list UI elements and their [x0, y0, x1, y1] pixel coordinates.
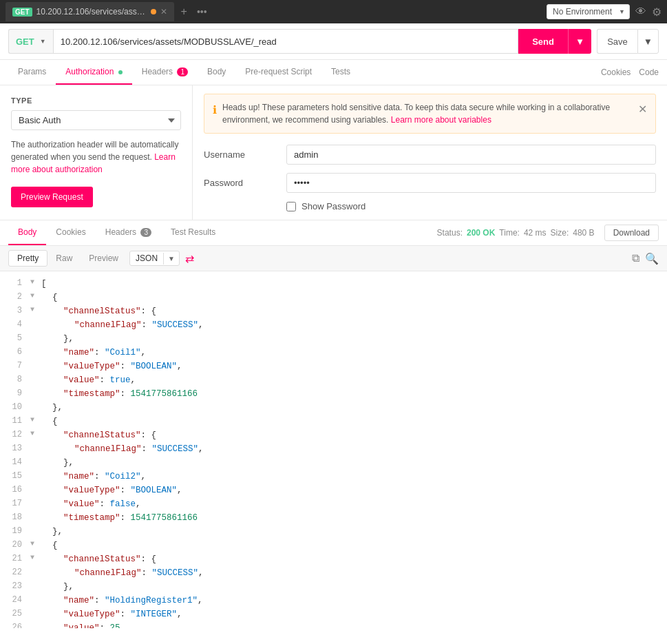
json-line: 26"value": 25 — [0, 621, 667, 628]
cookies-link[interactable]: Cookies — [601, 67, 631, 77]
gear-icon[interactable]: ⚙ — [652, 6, 661, 19]
req-tabs-right: Cookies Code — [601, 67, 659, 77]
json-line: 13"channelFlag": "SUCCESS", — [0, 442, 667, 456]
search-icon[interactable]: 🔍 — [645, 252, 659, 265]
method-selector[interactable]: GET — [8, 29, 53, 54]
json-line: 9"timestamp": 1541775861166 — [0, 387, 667, 401]
json-line: 7"valueType": "BOOLEAN", — [0, 360, 667, 373]
json-line: 17"value": false, — [0, 497, 667, 511]
tab-tests[interactable]: Tests — [321, 60, 360, 85]
send-button[interactable]: Send — [518, 29, 568, 54]
response-tabs-bar: Body Cookies Headers 3 Test Results Stat… — [0, 220, 667, 246]
resp-tab-body[interactable]: Body — [8, 220, 46, 245]
json-line: 5}, — [0, 332, 667, 346]
env-dropdown[interactable]: No Environment — [547, 4, 630, 19]
type-label: TYPE — [11, 96, 181, 105]
show-password-row: Show Password — [286, 201, 656, 211]
tab-body[interactable]: Body — [198, 60, 235, 85]
json-line: 1▼[ — [0, 277, 667, 291]
auth-type-select[interactable]: Basic Auth — [11, 110, 181, 130]
json-line: 18"timestamp": 1541775861166 — [0, 511, 667, 525]
json-line: 23}, — [0, 580, 667, 594]
eye-icon[interactable]: 👁 — [635, 6, 646, 18]
method-label: GET — [16, 37, 34, 47]
username-row: Username — [204, 145, 656, 165]
json-content-area: 1▼[2▼{3▼"channelStatus": {4"channelFlag"… — [0, 271, 667, 628]
json-line: 15"name": "Coil2", — [0, 470, 667, 484]
url-input[interactable] — [53, 29, 519, 54]
json-line: 10}, — [0, 401, 667, 415]
size-value: 480 B — [573, 228, 594, 238]
json-line: 11▼{ — [0, 415, 667, 428]
body-pretty-tab[interactable]: Pretty — [8, 250, 47, 267]
json-line: 16"valueType": "BOOLEAN", — [0, 484, 667, 497]
json-line: 14}, — [0, 456, 667, 470]
send-dropdown[interactable]: ▼ — [568, 29, 591, 54]
format-dropdown-icon[interactable]: ▼ — [163, 253, 179, 264]
alert-text: Heads up! These parameters hold sensitiv… — [222, 101, 633, 126]
body-raw-tab[interactable]: Raw — [47, 251, 81, 266]
tab-close-icon[interactable]: ✕ — [160, 7, 167, 17]
tab-authorization[interactable]: Authorization — [56, 60, 131, 85]
save-button[interactable]: Save — [597, 29, 637, 54]
json-line: 24"name": "HoldingRegister1", — [0, 594, 667, 607]
resp-tab-cookies[interactable]: Cookies — [46, 220, 95, 245]
status-value: 200 OK — [467, 228, 495, 238]
alert-icon: ℹ — [213, 102, 217, 118]
tab-modified-dot — [151, 9, 156, 14]
body-view-bar: Pretty Raw Preview JSON ▼ ⇄ ⧉ 🔍 — [0, 246, 667, 271]
tab-url-text: 10.200.12.106/services/assets/M — [36, 7, 147, 17]
auth-right-panel: ℹ Heads up! These parameters hold sensit… — [193, 85, 667, 220]
password-label: Password — [204, 178, 286, 188]
password-row: Password — [204, 173, 656, 193]
alert-close-button[interactable]: ✕ — [638, 101, 647, 118]
json-line: 3▼"channelStatus": { — [0, 304, 667, 318]
size-label: Size: — [551, 228, 569, 238]
copy-icon[interactable]: ⧉ — [632, 252, 639, 265]
show-password-label[interactable]: Show Password — [301, 201, 366, 211]
username-input[interactable] — [286, 145, 656, 165]
json-line: 12▼"channelStatus": { — [0, 428, 667, 442]
json-line: 21▼"channelStatus": { — [0, 552, 667, 566]
tab-params[interactable]: Params — [8, 60, 56, 85]
save-button-group: Save ▼ — [597, 29, 659, 54]
more-options-icon[interactable]: ••• — [194, 6, 210, 17]
json-line: 8"value": true, — [0, 373, 667, 387]
request-tabs: Params Authorization Headers 1 Body Pre-… — [0, 60, 667, 85]
status-label: Status: — [437, 228, 463, 238]
json-line: 2▼{ — [0, 291, 667, 304]
time-label: Time: — [499, 228, 520, 238]
resp-tab-test-results[interactable]: Test Results — [161, 220, 225, 245]
json-line: 20▼{ — [0, 539, 667, 552]
code-link[interactable]: Code — [639, 67, 659, 77]
format-selector[interactable]: JSON ▼ — [129, 251, 180, 266]
preview-request-button[interactable]: Preview Request — [11, 187, 93, 207]
auth-section: TYPE Basic Auth The authorization header… — [0, 85, 667, 220]
top-bar-right: No Environment 👁 ⚙ — [547, 4, 661, 19]
top-bar: GET 10.200.12.106/services/assets/M ✕ + … — [0, 0, 667, 23]
new-tab-button[interactable]: + — [178, 6, 190, 18]
json-line: 19}, — [0, 525, 667, 539]
response-meta: Status: 200 OK Time: 42 ms Size: 480 B D… — [437, 225, 659, 241]
request-tab[interactable]: GET 10.200.12.106/services/assets/M ✕ — [6, 2, 174, 21]
environment-selector[interactable]: No Environment — [547, 4, 630, 19]
format-label: JSON — [130, 251, 163, 265]
auth-description: The authorization header will be automat… — [11, 138, 181, 176]
download-button[interactable]: Download — [604, 225, 659, 241]
auth-left-panel: TYPE Basic Auth The authorization header… — [0, 85, 193, 220]
tab-prerequest[interactable]: Pre-request Script — [235, 60, 321, 85]
tab-method-badge: GET — [12, 8, 32, 17]
json-line: 6"name": "Coil1", — [0, 346, 667, 360]
password-input[interactable] — [286, 173, 656, 193]
wrap-icon[interactable]: ⇄ — [185, 252, 194, 265]
body-preview-tab[interactable]: Preview — [81, 251, 127, 266]
authorization-active-dot — [118, 70, 123, 74]
json-line: 4"channelFlag": "SUCCESS", — [0, 318, 667, 332]
body-view-right: ⧉ 🔍 — [632, 252, 659, 265]
resp-tab-headers[interactable]: Headers 3 — [96, 220, 161, 245]
save-dropdown[interactable]: ▼ — [637, 29, 659, 54]
time-value: 42 ms — [524, 228, 547, 238]
show-password-checkbox[interactable] — [286, 202, 296, 211]
alert-link[interactable]: Learn more about variables — [391, 115, 491, 125]
tab-headers[interactable]: Headers 1 — [132, 60, 198, 85]
